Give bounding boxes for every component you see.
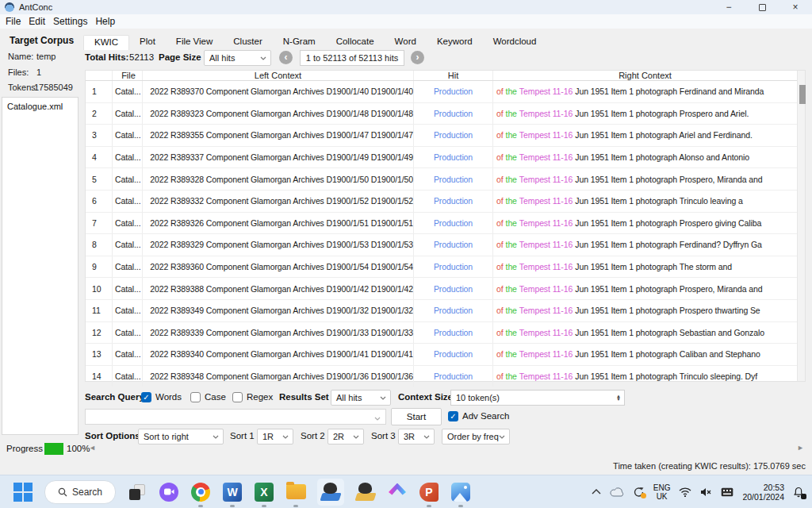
hit-cell[interactable]: Production — [413, 147, 492, 168]
photos-button[interactable] — [450, 482, 471, 502]
notification-center-button[interactable] — [793, 487, 804, 498]
menu-settings[interactable]: Settings — [49, 16, 91, 27]
vertical-scrollbar[interactable] — [797, 71, 805, 381]
adv-search-label[interactable]: Adv Search — [462, 411, 509, 421]
table-row[interactable]: 12 Catal... 2022 R389339 Component Glamo… — [86, 322, 797, 344]
corpus-file-list[interactable]: Catalogue.xml — [2, 97, 79, 435]
volume-muted-button[interactable] — [700, 487, 712, 497]
onedrive-button[interactable] — [610, 487, 624, 497]
hit-cell[interactable]: Production — [413, 190, 492, 212]
right-context-header[interactable]: Right Context — [492, 71, 797, 80]
right-context-cell: of the Tempest 11-16 Jun 1951 Item 1 pho… — [492, 366, 797, 387]
hit-header[interactable]: Hit — [413, 71, 492, 80]
tab-word[interactable]: Word — [385, 35, 427, 50]
corpus-file-item[interactable]: Catalogue.xml — [2, 98, 78, 111]
table-row[interactable]: 2 Catal... 2022 R389323 Component Glamor… — [86, 103, 797, 125]
table-row[interactable]: 6 Catal... 2022 R389332 Component Glamor… — [86, 190, 797, 213]
sort-mode-select[interactable]: Sort to right — [138, 429, 224, 444]
tab-keyword[interactable]: Keyword — [427, 35, 483, 50]
scrollbar-thumb[interactable] — [799, 85, 806, 104]
regex-checkbox-label[interactable]: Regex — [247, 392, 273, 402]
hit-cell[interactable]: Production — [413, 366, 492, 387]
hit-cell[interactable]: Production — [413, 213, 492, 234]
start-button-taskbar[interactable] — [13, 482, 33, 502]
table-row[interactable]: 5 Catal... 2022 R389328 Component Glamor… — [86, 168, 797, 190]
case-checkbox[interactable] — [190, 392, 201, 402]
words-checkbox[interactable]: ✓ — [141, 392, 151, 402]
scroll-right-icon[interactable]: ► — [797, 444, 804, 452]
task-view-button[interactable] — [127, 482, 147, 502]
hit-cell[interactable]: Production — [413, 344, 492, 365]
taskbar-search[interactable]: Search — [44, 480, 116, 504]
next-page-button[interactable]: › — [411, 51, 424, 64]
words-checkbox-label[interactable]: Words — [155, 392, 182, 402]
table-row[interactable]: 14 Catal... 2022 R389348 Component Glamo… — [86, 366, 797, 388]
tab-plot[interactable]: Plot — [129, 35, 166, 50]
menu-edit[interactable]: Edit — [25, 16, 49, 27]
order-by-select[interactable]: Order by freq — [442, 429, 510, 444]
table-row[interactable]: 7 Catal... 2022 R389326 Component Glamor… — [86, 213, 797, 235]
clock[interactable]: 20:53 20/01/2024 — [742, 483, 784, 502]
word-button[interactable]: W — [222, 482, 243, 502]
tab-wordcloud[interactable]: Wordcloud — [483, 35, 547, 50]
hit-cell[interactable]: Production — [413, 322, 492, 344]
update-status-button[interactable] — [633, 487, 645, 498]
table-row[interactable]: 4 Catal... 2022 R389337 Component Glamor… — [86, 147, 797, 169]
table-row[interactable]: 10 Catal... 2022 R389388 Component Glamo… — [86, 278, 797, 300]
chrome-button[interactable] — [190, 482, 211, 502]
chevron-down-icon[interactable] — [374, 410, 381, 424]
table-row[interactable]: 9 Catal... 2022 R389360 Component Glamor… — [86, 256, 797, 279]
tab-file-view[interactable]: File View — [166, 35, 223, 50]
tab-collocate[interactable]: Collocate — [326, 35, 385, 50]
excel-button[interactable]: X — [254, 482, 274, 502]
table-row[interactable]: 13 Catal... 2022 R389340 Component Glamo… — [86, 344, 797, 366]
language-indicator[interactable]: ENG UK — [653, 483, 671, 501]
minimize-button[interactable]: − — [712, 0, 745, 14]
powerpoint-button[interactable]: P — [419, 482, 439, 502]
regex-checkbox[interactable] — [232, 392, 243, 402]
tab-cluster[interactable]: Cluster — [223, 35, 272, 50]
menu-file[interactable]: File — [2, 16, 25, 27]
search-query-input[interactable] — [85, 409, 386, 425]
context-rest: Jun 1951 Item 1 photograph Trinculo leav… — [575, 196, 742, 206]
hit-cell[interactable]: Production — [413, 234, 492, 256]
hit-cell[interactable]: Production — [413, 256, 492, 278]
prev-page-button[interactable]: ‹ — [279, 51, 293, 64]
menu-help[interactable]: Help — [91, 16, 119, 27]
table-row[interactable]: 11 Catal... 2022 R389349 Component Glamo… — [86, 300, 797, 322]
antconc-taskbar-button-active[interactable] — [317, 479, 344, 506]
context-size-stepper[interactable]: 10 token(s) ▲▼ — [450, 390, 625, 406]
sort3-select[interactable]: 3R — [398, 429, 435, 444]
close-button[interactable]: × — [779, 0, 812, 14]
table-row[interactable]: 3 Catal... 2022 R389355 Component Glamor… — [86, 125, 797, 147]
left-context-header[interactable]: Left Context — [142, 71, 413, 80]
tab-kwic[interactable]: KWIC — [83, 35, 129, 50]
video-chat-app-button[interactable] — [159, 482, 179, 502]
file-explorer-button[interactable] — [285, 482, 306, 502]
ant-tool-button[interactable] — [355, 482, 376, 502]
adv-search-checkbox[interactable]: ✓ — [448, 411, 458, 421]
sort2-select[interactable]: 2R — [327, 429, 364, 444]
page-size-select[interactable]: All hits — [204, 50, 271, 66]
tray-expand-button[interactable] — [592, 489, 601, 495]
sort1-select[interactable]: 1R — [257, 429, 293, 444]
hit-cell[interactable]: Production — [413, 168, 492, 190]
wifi-button[interactable] — [679, 487, 691, 497]
restore-button[interactable] — [745, 0, 779, 14]
start-button[interactable]: Start — [391, 408, 442, 425]
clickup-button[interactable] — [387, 482, 408, 502]
hit-cell[interactable]: Production — [413, 278, 492, 299]
touch-keyboard-button[interactable] — [721, 487, 733, 497]
case-checkbox-label[interactable]: Case — [205, 392, 226, 402]
hit-cell[interactable]: Production — [413, 300, 492, 321]
table-row[interactable]: 1 Catal... 2022 R389370 Component Glamor… — [86, 81, 797, 103]
tab-ngram[interactable]: N-Gram — [273, 35, 326, 50]
hit-cell[interactable]: Production — [413, 125, 492, 146]
scroll-left-icon[interactable]: ◄ — [89, 444, 96, 452]
hit-cell[interactable]: Production — [413, 103, 492, 125]
table-row[interactable]: 8 Catal... 2022 R389329 Component Glamor… — [86, 234, 797, 256]
spinner-arrows-icon[interactable]: ▲▼ — [616, 394, 621, 401]
file-header[interactable]: File — [112, 71, 142, 80]
results-set-select[interactable]: All hits — [331, 390, 391, 406]
hit-cell[interactable]: Production — [413, 81, 492, 102]
